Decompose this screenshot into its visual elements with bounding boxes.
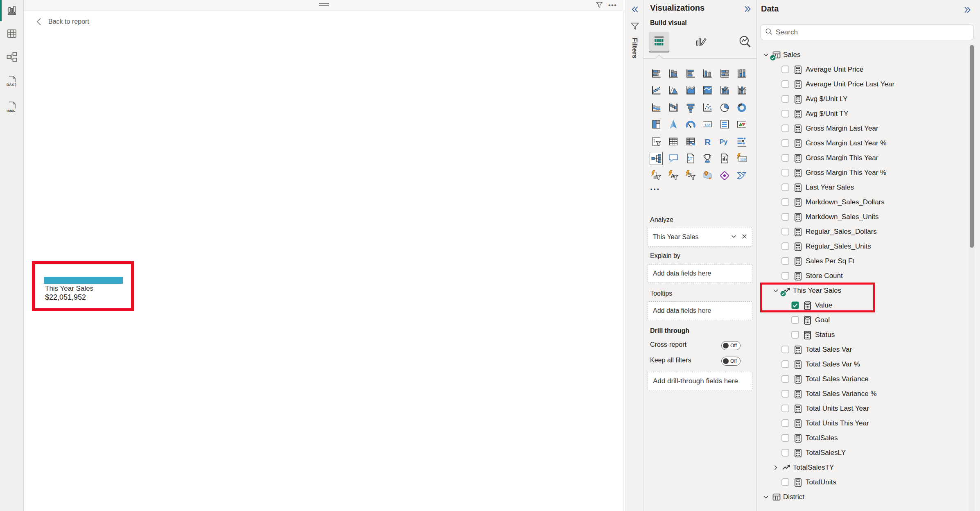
checkbox-unchecked[interactable] [781, 346, 789, 355]
card-visual[interactable]: This Year Sales $22,051,952 [35, 264, 131, 308]
key-influencers-icon[interactable] [736, 136, 748, 148]
map-icon[interactable] [667, 118, 680, 131]
chevron-right-icon[interactable] [772, 464, 779, 473]
pie-chart-icon[interactable] [718, 102, 731, 114]
cross-report-toggle[interactable]: Off [721, 341, 741, 350]
checkbox-unchecked[interactable] [781, 198, 789, 208]
python-visual-icon[interactable]: Py [718, 136, 731, 148]
checkbox-unchecked[interactable] [781, 419, 789, 429]
tree-item-total-sales-variance-[interactable]: Total Sales Variance % [757, 387, 968, 401]
tree-item-totalunits[interactable]: TotalUnits [757, 475, 968, 490]
tree-item-gross-margin-this-year[interactable]: Gross Margin This Year [757, 151, 968, 165]
tree-item-store-count[interactable]: Store Count [757, 269, 968, 283]
text-slicer-icon[interactable]: A [667, 170, 680, 182]
chevron-down-icon[interactable] [772, 287, 779, 296]
chevron-down-icon[interactable] [763, 494, 769, 502]
checkbox-unchecked[interactable] [781, 124, 789, 134]
checkbox-unchecked[interactable] [781, 390, 789, 399]
remove-field-icon[interactable] [742, 233, 747, 241]
checkbox-unchecked[interactable] [781, 360, 789, 370]
checkbox-unchecked[interactable] [781, 169, 789, 178]
checkbox-unchecked[interactable] [781, 80, 789, 90]
chevron-down-icon[interactable] [763, 52, 769, 60]
checkbox-unchecked[interactable] [781, 375, 789, 384]
line-chart-icon[interactable] [650, 84, 662, 97]
checkbox-unchecked[interactable] [781, 478, 789, 488]
checkbox-unchecked[interactable] [781, 257, 789, 267]
keep-all-filters-toggle[interactable]: Off [721, 357, 741, 366]
tree-item-gross-margin-last-year[interactable]: Gross Margin Last Year [757, 121, 968, 136]
checkbox-unchecked[interactable] [791, 331, 799, 340]
tab-analytics[interactable] [737, 34, 753, 51]
new-card-icon[interactable]: 123 [736, 152, 748, 165]
sidebar-item-tmdl-view[interactable]: TMDL [0, 97, 23, 119]
donut-chart-icon[interactable] [736, 102, 748, 114]
tab-format-visual[interactable] [693, 34, 709, 51]
matrix-icon[interactable] [684, 136, 697, 148]
collapse-visualizations-icon[interactable] [743, 5, 752, 15]
sidebar-item-report-view[interactable] [0, 0, 23, 21]
stacked-column-chart-icon[interactable] [667, 68, 680, 80]
analyze-field-well[interactable]: This Year Sales [648, 228, 752, 246]
tree-item-last-year-sales[interactable]: Last Year Sales [757, 180, 968, 195]
waterfall-chart-icon[interactable] [667, 102, 680, 114]
analyze-field-pill[interactable]: This Year Sales [653, 233, 731, 241]
checkbox-unchecked[interactable] [781, 272, 789, 281]
collapse-data-icon[interactable] [963, 5, 972, 16]
checkbox-unchecked[interactable] [791, 316, 799, 326]
metrics-icon[interactable] [701, 152, 714, 165]
tree-item-total-sales-var-[interactable]: Total Sales Var % [757, 357, 968, 372]
funnel-chart-icon[interactable] [684, 102, 697, 114]
tree-item-value[interactable]: Value [757, 298, 968, 313]
filters-pane-label[interactable]: Filters [630, 38, 639, 59]
tree-item-status[interactable]: Status [757, 328, 968, 342]
paginated-report-icon[interactable] [718, 152, 731, 165]
tree-item-gross-margin-this-year-[interactable]: Gross Margin This Year % [757, 165, 968, 180]
line-and-stacked-column-chart-icon[interactable] [718, 84, 731, 97]
decomposition-tree-icon[interactable] [650, 152, 662, 165]
checkbox-checked[interactable] [791, 301, 799, 311]
filters-funnel-icon[interactable] [630, 21, 640, 34]
stacked-bar-chart-icon[interactable] [650, 68, 662, 80]
chevron-down-icon[interactable] [731, 233, 737, 241]
slicer-icon[interactable] [650, 136, 662, 148]
tree-item-district[interactable]: District [757, 490, 968, 504]
tree-item-gross-margin-last-year-[interactable]: Gross Margin Last Year % [757, 136, 968, 151]
tree-item-regular-sales-dollars[interactable]: Regular_Sales_Dollars [757, 224, 968, 239]
q-and-a-icon[interactable] [667, 152, 680, 165]
expand-filters-icon[interactable] [630, 5, 639, 16]
gauge-icon[interactable] [684, 118, 697, 131]
checkbox-unchecked[interactable] [781, 110, 789, 119]
checkbox-unchecked[interactable] [781, 228, 789, 237]
sidebar-item-dax-query-view[interactable]: DAX [0, 72, 23, 93]
checkbox-unchecked[interactable] [781, 405, 789, 414]
smart-narrative-icon[interactable] [684, 152, 697, 165]
back-to-report-button[interactable]: Back to report [35, 17, 89, 26]
100-stacked-bar-chart-icon[interactable] [718, 68, 731, 80]
stacked-area-chart-icon[interactable] [684, 84, 697, 97]
more-options-icon[interactable]: ••• [608, 2, 617, 9]
checkbox-unchecked[interactable] [781, 242, 789, 252]
list-slicer-icon[interactable] [684, 170, 697, 182]
tree-item-totalsales[interactable]: TotalSales [757, 431, 968, 445]
search-input[interactable] [776, 28, 969, 36]
checkbox-unchecked[interactable] [781, 139, 789, 149]
100-stacked-column-chart-icon[interactable] [736, 68, 748, 80]
data-pane-scrollbar[interactable] [969, 44, 975, 511]
tree-item-average-unit-price[interactable]: Average Unit Price [757, 62, 968, 77]
kpi-icon[interactable] [736, 118, 748, 131]
tree-item-average-unit-price-last-year[interactable]: Average Unit Price Last Year [757, 77, 968, 92]
ribbon-chart-icon[interactable] [650, 102, 662, 114]
tree-item-totalsalesly[interactable]: TotalSalesLY [757, 445, 968, 460]
tree-item-markdown-sales-dollars[interactable]: Markdown_Sales_Dollars [757, 195, 968, 210]
checkbox-unchecked[interactable] [781, 183, 789, 193]
100-stacked-area-chart-icon[interactable] [701, 84, 714, 97]
scrollbar-thumb[interactable] [970, 45, 974, 248]
scatter-chart-icon[interactable] [701, 102, 714, 114]
sidebar-item-model-view[interactable] [0, 47, 23, 68]
treemap-icon[interactable] [650, 118, 662, 131]
clustered-bar-chart-icon[interactable] [684, 68, 697, 80]
drill-through-well[interactable]: Add drill-through fields here [648, 372, 752, 390]
power-automate-icon[interactable] [736, 170, 748, 182]
tree-item-total-units-last-year[interactable]: Total Units Last Year [757, 401, 968, 416]
